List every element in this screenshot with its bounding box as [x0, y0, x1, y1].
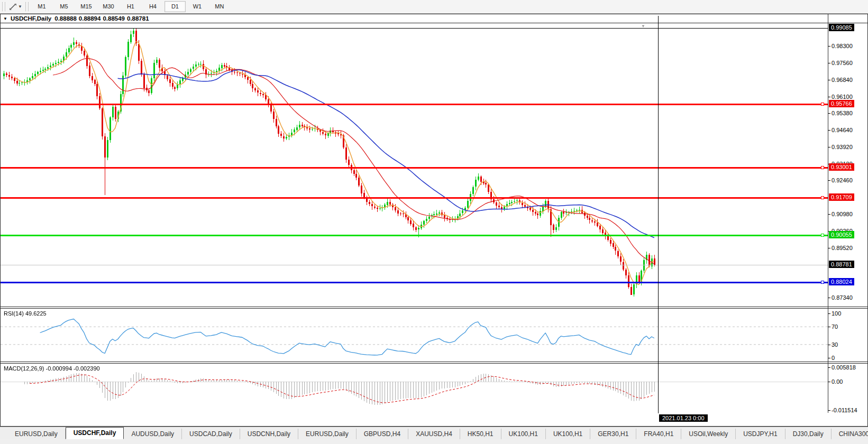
- price-tick-label: 0.96100: [832, 94, 853, 100]
- price-tick-label: 0.95380: [832, 110, 853, 116]
- chart-tab-ger30-h1[interactable]: GER30,H1: [590, 429, 636, 439]
- chart-tab-usdjpy-h1[interactable]: USDJPY,H1: [736, 429, 785, 439]
- rsi-tick-mark: [828, 327, 830, 327]
- price-tick-mark: [828, 298, 830, 298]
- price-tick-label: 0.98300: [832, 43, 853, 49]
- rsi-tick-mark: [828, 313, 830, 314]
- macd-panel-splitter[interactable]: [1, 362, 867, 364]
- chart-tab-china300-h1[interactable]: CHINA300,H1: [832, 429, 868, 439]
- price-badge: 0.93001: [829, 163, 854, 171]
- chart-title: USDCHF,Daily: [11, 15, 51, 22]
- rsi-panel-splitter[interactable]: [1, 307, 867, 309]
- price-tick-mark: [828, 147, 830, 147]
- timeframe-buttons: M1M5M15M30H1H4D1W1MN: [31, 1, 231, 12]
- macd-label: MACD(12,26,9) -0.000994 -0.002390: [4, 365, 100, 372]
- macd-tick-label: -0.011514: [832, 407, 857, 413]
- tf-button-m15[interactable]: M15: [76, 1, 97, 12]
- tf-button-m1[interactable]: M1: [31, 1, 52, 12]
- chart-tab-xauusd-h4[interactable]: XAUUSD,H4: [408, 429, 460, 439]
- price-tick-label: 0.96840: [832, 77, 853, 83]
- timeframe-toolbar: ▼ M1M5M15M30H1H4D1W1MN: [0, 0, 868, 14]
- price-axis-separator: [828, 14, 828, 413]
- price-badge: 0.88781: [829, 261, 854, 268]
- chart-tab-gbpusd-h4[interactable]: GBPUSD,H4: [357, 429, 408, 439]
- price-badge: 0.88024: [829, 278, 854, 285]
- tf-button-m5[interactable]: M5: [53, 1, 75, 12]
- tf-button-h1[interactable]: H1: [120, 1, 141, 12]
- price-tick-mark: [828, 113, 830, 114]
- price-tick-label: 0.92460: [832, 177, 853, 183]
- price-tick-label: 0.93920: [832, 144, 853, 150]
- chart-tab-uk100-h1[interactable]: UK100,H1: [501, 429, 546, 439]
- price-tick-mark: [828, 248, 830, 248]
- crosshair-vertical-line: [658, 16, 659, 413]
- tf-button-h4[interactable]: H4: [142, 1, 163, 12]
- date-axis[interactable]: 10 Jan 202029 Jan 202017 Feb 20206 Mar 2…: [1, 413, 867, 426]
- chart-tab-usdcnh-daily[interactable]: USDCNH,Daily: [240, 429, 298, 439]
- price-badge: 0.91709: [829, 193, 854, 201]
- price-tick-label: 0.87340: [832, 294, 853, 301]
- rsi-tick-mark: [828, 345, 830, 345]
- chart-tab-eurusd-daily[interactable]: EURUSD,Daily: [298, 429, 357, 439]
- tf-button-w1[interactable]: W1: [187, 1, 208, 12]
- toolbar-grip-2[interactable]: [25, 2, 29, 11]
- rsi-tick-label: 30: [832, 341, 838, 348]
- rsi-label: RSI(14) 49.6225: [4, 310, 47, 317]
- price-tick-label: 0.94640: [832, 127, 853, 133]
- price-tick-mark: [828, 97, 830, 97]
- tf-button-d1[interactable]: D1: [165, 1, 186, 12]
- price-tick-mark: [828, 63, 830, 63]
- toolbar-grip[interactable]: [2, 2, 5, 11]
- chart-tab-usdchf-daily[interactable]: USDCHF,Daily: [66, 427, 124, 439]
- price-tick-mark: [828, 80, 830, 80]
- window-edge: [0, 439, 868, 444]
- tf-button-mn[interactable]: MN: [209, 1, 230, 12]
- rsi-tick-label: 100: [832, 310, 841, 317]
- price-chart-canvas[interactable]: [1, 24, 828, 307]
- rsi-tick-label: 70: [832, 323, 838, 330]
- chart-tab-dj30-daily[interactable]: DJ30,Daily: [785, 429, 832, 439]
- chart-title-bar[interactable]: ▼ USDCHF,Daily 0.88888 0.88894 0.88549 0…: [1, 14, 867, 23]
- chart-tab-hk50-h1[interactable]: HK50,H1: [460, 429, 501, 439]
- ohlc-low: 0.88549: [103, 15, 125, 22]
- price-badge: 0.95766: [829, 100, 854, 107]
- price-tick-label: 0.90980: [832, 211, 853, 217]
- macd-canvas[interactable]: [1, 364, 828, 413]
- price-tick-label: 0.97560: [832, 60, 853, 66]
- macd-tick-mark: [828, 410, 830, 411]
- macd-tick-mark: [828, 382, 830, 382]
- cursor-tool-icon[interactable]: [7, 2, 18, 12]
- macd-tick-label: 0.005818: [832, 364, 856, 371]
- price-tick-label: 0.89520: [832, 245, 853, 251]
- chart-tab-usoil-weekly[interactable]: USOil,Weekly: [681, 429, 736, 439]
- chart-tab-uk100-h1[interactable]: UK100,H1: [546, 429, 590, 439]
- macd-tick-mark: [828, 367, 830, 368]
- chart-tab-fra40-h1[interactable]: FRA40,H1: [636, 429, 681, 439]
- price-badge: 0.90055: [829, 231, 854, 238]
- tool-dropdown-caret[interactable]: ▼: [18, 4, 22, 9]
- price-tick-mark: [828, 46, 830, 47]
- window-menu-icon[interactable]: ▼: [3, 16, 7, 21]
- price-badge: 0.99085: [829, 24, 854, 31]
- macd-tick-label: 0.00: [832, 378, 843, 385]
- rsi-canvas[interactable]: [1, 309, 828, 361]
- chart-tab-bar: EURUSD,DailyUSDCHF,DailyAUDUSD,DailyUSDC…: [0, 427, 868, 439]
- chart-tab-eurusd-daily[interactable]: EURUSD,Daily: [7, 429, 66, 439]
- chart-tab-audusd-daily[interactable]: AUDUSD,Daily: [124, 429, 182, 439]
- price-tick-mark: [828, 130, 830, 131]
- crosshair-date-badge: 2021.01.23 0:00: [659, 414, 708, 422]
- ohlc-high: 0.88894: [79, 15, 101, 22]
- chart-shift-marker: ▼: [641, 24, 645, 29]
- rsi-tick-mark: [828, 358, 830, 358]
- price-tick-mark: [828, 180, 830, 181]
- ohlc-close: 0.88781: [127, 15, 149, 22]
- chart-tab-usdcad-daily[interactable]: USDCAD,Daily: [182, 429, 240, 439]
- price-tick-mark: [828, 214, 830, 215]
- rsi-tick-label: 0: [832, 355, 835, 361]
- ohlc-open: 0.88888: [54, 15, 77, 22]
- tf-button-m30[interactable]: M30: [98, 1, 119, 12]
